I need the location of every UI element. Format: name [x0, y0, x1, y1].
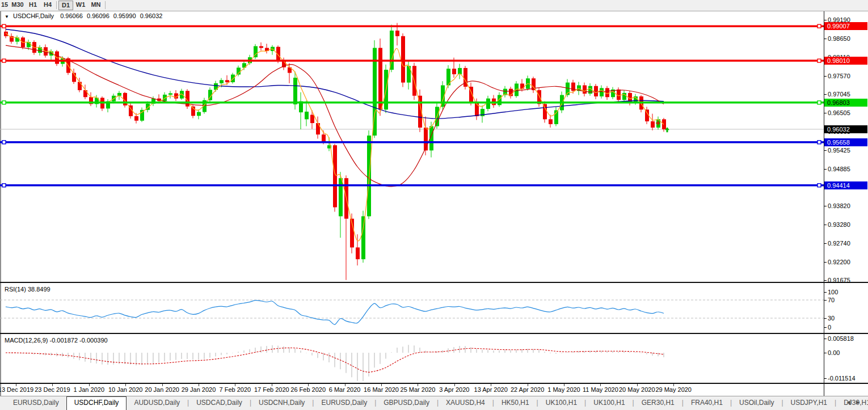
collapse-triangle-icon[interactable]: ▼ — [5, 14, 9, 19]
tab-ger30-h1[interactable]: GER30,H1 — [634, 396, 682, 410]
tab-gbpusd-daily[interactable]: GBPUSD,Daily — [376, 396, 437, 410]
price-axis-tick — [824, 225, 827, 225]
date-label: 20 Jan 2020 — [145, 386, 179, 393]
price-axis-tick — [824, 243, 827, 244]
tab-xauusd-h4[interactable]: XAUUSD,H4 — [439, 396, 492, 410]
ohlc-high: 0.96096 — [87, 12, 109, 19]
current-price-badge: 0.96032 — [824, 125, 867, 133]
rsi-indicator-label: RSI(14) 38.8499 — [5, 286, 50, 293]
price-level-badge: 0.94414 — [824, 181, 867, 189]
chart-symbol-label: USDCHF,Daily — [13, 12, 54, 19]
candle — [401, 36, 405, 83]
tab-uk100-h1[interactable]: UK100,H1 — [586, 396, 632, 410]
tab-scroll-arrows[interactable]: ◄► — [845, 399, 865, 405]
tab-audusd-daily[interactable]: AUDUSD,Daily — [127, 396, 187, 410]
rsi-axis-tick — [824, 327, 827, 328]
candle — [486, 99, 490, 109]
rsi-axis-tick — [824, 292, 827, 293]
tab-uk100-h1[interactable]: UK100,H1 — [538, 396, 584, 410]
price-axis-label: 0.97045 — [828, 91, 850, 98]
line-handle[interactable] — [2, 101, 6, 104]
macd-axis-tick — [824, 339, 827, 339]
line-handle[interactable] — [2, 24, 6, 28]
candle — [378, 48, 382, 109]
price-axis-tick — [824, 113, 827, 113]
candle — [543, 104, 547, 119]
date-label: 23 Dec 2019 — [35, 386, 70, 393]
candle — [361, 216, 365, 259]
rsi-pane[interactable] — [0, 283, 824, 333]
tab-eurusd-daily[interactable]: EURUSD,Daily — [314, 396, 374, 410]
candle — [168, 94, 172, 95]
line-handle[interactable] — [2, 141, 6, 144]
candle — [225, 80, 229, 82]
tab-eurusd-daily[interactable]: EURUSD,Daily — [6, 396, 66, 410]
line-handle[interactable] — [818, 59, 821, 62]
date-label: 26 Feb 2020 — [290, 386, 326, 393]
candle — [651, 121, 655, 128]
date-label: 11 May 2020 — [583, 386, 618, 393]
pane-divider — [0, 383, 868, 384]
price-axis-tick — [824, 280, 827, 281]
timeframe-button-w1[interactable]: W1 — [74, 1, 87, 9]
line-handle[interactable] — [818, 101, 821, 104]
date-label: 17 Feb 2020 — [254, 386, 289, 393]
candle — [27, 42, 31, 47]
tab-usdjpy-h1[interactable]: USDJPY,H1 — [783, 396, 835, 410]
candle — [549, 119, 553, 124]
line-handle[interactable] — [818, 24, 821, 28]
tab-usdcad-daily[interactable]: USDCAD,Daily — [189, 396, 250, 410]
candle — [390, 31, 394, 70]
toolbar-separator — [56, 1, 57, 9]
tab-usoil-daily[interactable]: USOil,Daily — [732, 396, 781, 410]
candle — [134, 116, 138, 121]
line-handle[interactable] — [818, 184, 821, 187]
candle — [662, 119, 666, 129]
date-label: 22 Apr 2020 — [511, 386, 544, 393]
candle — [117, 93, 121, 96]
candle — [452, 69, 456, 74]
candle — [310, 115, 314, 123]
rsi-axis-label: 0 — [828, 324, 831, 331]
candle — [220, 80, 224, 83]
date-label: 25 Mar 2020 — [401, 386, 436, 393]
macd-pane[interactable] — [0, 334, 824, 383]
price-axis-tick — [824, 169, 827, 170]
toolbar-separator — [105, 1, 106, 9]
price-level-badge: 0.99007 — [824, 22, 867, 30]
price-axis-tick — [824, 150, 827, 151]
line-handle[interactable] — [2, 59, 6, 62]
price-axis-tick — [824, 206, 827, 206]
price-level-badge: 0.98010 — [824, 57, 867, 65]
date-label: 29 May 2020 — [655, 386, 692, 393]
tab-usdcnh-daily[interactable]: USDCNH,Daily — [251, 396, 312, 410]
tab-scroll-right-icon[interactable]: ► — [855, 399, 865, 405]
candle — [15, 37, 19, 41]
tab-fra40-h1[interactable]: FRA40,H1 — [684, 396, 730, 410]
candle — [356, 247, 360, 259]
line-handle[interactable] — [2, 184, 6, 187]
macd-axis-tick — [824, 378, 827, 379]
timeframe-button-h1[interactable]: H1 — [26, 1, 40, 9]
price-axis-tick — [824, 94, 827, 95]
tab-hk50-h1[interactable]: HK50,H1 — [494, 396, 537, 410]
date-label: 13 Apr 2020 — [474, 386, 508, 393]
price-axis-tick — [824, 76, 827, 77]
date-label: 1 May 2020 — [547, 386, 580, 393]
timeframe-button-m15[interactable]: 15 — [0, 1, 9, 9]
main-chart-pane[interactable] — [0, 11, 824, 282]
ohlc-low: 0.95990 — [113, 12, 136, 19]
timeframe-button-mn[interactable]: MN — [89, 1, 103, 9]
candle — [622, 93, 626, 100]
price-level-badge: 0.96803 — [824, 99, 867, 107]
line-handle[interactable] — [818, 141, 821, 144]
timeframe-button-d1[interactable]: D1 — [58, 1, 73, 10]
timeframe-button-h4[interactable]: H4 — [41, 1, 54, 9]
tab-scroll-left-icon[interactable]: ◄ — [845, 399, 855, 405]
candle — [316, 123, 320, 134]
timeframe-button-m30[interactable]: M30 — [10, 1, 26, 9]
tab-usdchf-daily[interactable]: USDCHF,Daily — [66, 396, 127, 410]
macd-axis-label: 0.00 — [828, 349, 840, 356]
date-label: 13 Dec 2019 — [0, 386, 33, 393]
ohlc-open: 0.96066 — [60, 12, 83, 19]
